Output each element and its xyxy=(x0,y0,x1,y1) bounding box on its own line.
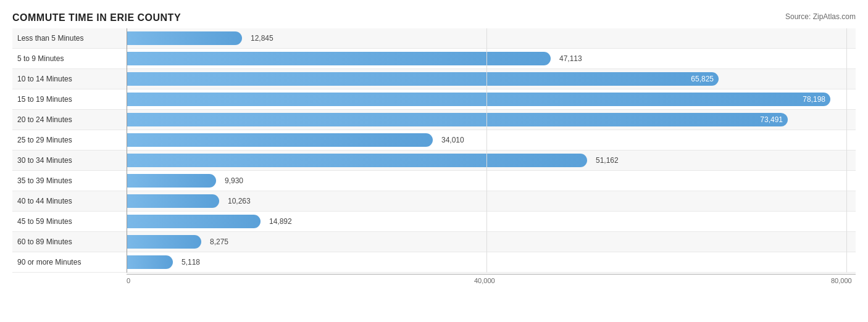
bar-value: 73,491 xyxy=(760,115,783,124)
x-axis: 040,00080,000 xyxy=(127,274,856,286)
bar-fill xyxy=(127,154,587,167)
bar-label: 40 to 44 Minutes xyxy=(12,197,127,205)
bar-label: 25 to 29 Minutes xyxy=(12,136,127,144)
bar-fill: 78,198 xyxy=(127,93,830,106)
bar-row: 90 or more Minutes5,118 xyxy=(12,252,856,273)
bar-row: 30 to 34 Minutes51,162 xyxy=(12,151,856,171)
bar-fill xyxy=(127,215,261,228)
bar-value: 5,118 xyxy=(182,258,200,266)
bar-value: 14,892 xyxy=(269,217,292,226)
bar-track: 8,275 xyxy=(127,232,856,252)
chart-source: Source: ZipAtlas.com xyxy=(785,12,856,21)
bar-fill xyxy=(127,235,201,249)
x-tick: 40,000 xyxy=(474,277,495,284)
bar-track: 12,845 xyxy=(127,28,856,48)
chart-container: COMMUTE TIME IN ERIE COUNTY Source: ZipA… xyxy=(0,0,868,322)
bar-label: 35 to 39 Minutes xyxy=(12,176,127,185)
bar-row: 5 to 9 Minutes47,113 xyxy=(12,49,856,69)
bar-value: 51,162 xyxy=(596,156,619,165)
bar-label: 60 to 89 Minutes xyxy=(12,237,127,246)
bar-row: 20 to 24 Minutes73,491 xyxy=(12,110,856,130)
bar-track: 65,825 xyxy=(127,69,856,89)
bar-label: 30 to 34 Minutes xyxy=(12,156,127,165)
bar-track: 14,892 xyxy=(127,212,856,231)
bars-area: Less than 5 Minutes12,8455 to 9 Minutes4… xyxy=(12,28,856,273)
bar-track: 9,930 xyxy=(127,171,856,191)
bar-fill: 65,825 xyxy=(127,72,719,86)
bar-label: Less than 5 Minutes xyxy=(12,34,127,43)
bar-fill xyxy=(127,174,216,188)
bar-value: 12,845 xyxy=(251,34,273,43)
bar-row: 40 to 44 Minutes10,263 xyxy=(12,191,856,212)
bar-value: 8,275 xyxy=(210,237,228,246)
bar-label: 15 to 19 Minutes xyxy=(12,95,127,104)
bar-track: 73,491 xyxy=(127,110,856,130)
bar-row: 10 to 14 Minutes65,825 xyxy=(12,69,856,89)
bar-track: 78,198 xyxy=(127,89,856,109)
bar-row: 60 to 89 Minutes8,275 xyxy=(12,232,856,252)
bar-fill xyxy=(127,52,551,65)
bar-row: 45 to 59 Minutes14,892 xyxy=(12,212,856,232)
bar-row: 25 to 29 Minutes34,010 xyxy=(12,130,856,151)
bar-track: 34,010 xyxy=(127,130,856,150)
bar-value: 78,198 xyxy=(803,95,825,104)
bar-fill xyxy=(127,133,433,147)
chart-title: COMMUTE TIME IN ERIE COUNTY xyxy=(12,12,856,23)
bar-row: 15 to 19 Minutes78,198 xyxy=(12,89,856,110)
bar-track: 51,162 xyxy=(127,151,856,170)
x-tick: 0 xyxy=(127,277,130,284)
bar-fill xyxy=(127,31,242,45)
bar-value: 9,930 xyxy=(225,176,243,185)
bar-value: 47,113 xyxy=(559,54,582,63)
bar-row: 35 to 39 Minutes9,930 xyxy=(12,171,856,191)
bar-row: Less than 5 Minutes12,845 xyxy=(12,28,856,49)
bar-fill xyxy=(127,255,173,269)
bar-value: 65,825 xyxy=(691,75,714,83)
bar-track: 5,118 xyxy=(127,252,856,272)
bar-value: 10,263 xyxy=(228,197,251,205)
bar-value: 34,010 xyxy=(441,136,464,144)
bar-fill: 73,491 xyxy=(127,113,788,126)
bar-label: 10 to 14 Minutes xyxy=(12,75,127,83)
bar-track: 10,263 xyxy=(127,191,856,211)
bar-label: 20 to 24 Minutes xyxy=(12,115,127,124)
bar-fill xyxy=(127,194,219,208)
bar-label: 5 to 9 Minutes xyxy=(12,54,127,63)
bar-label: 45 to 59 Minutes xyxy=(12,217,127,226)
bar-track: 47,113 xyxy=(127,49,856,68)
x-tick: 80,000 xyxy=(831,277,852,284)
bar-label: 90 or more Minutes xyxy=(12,258,127,266)
